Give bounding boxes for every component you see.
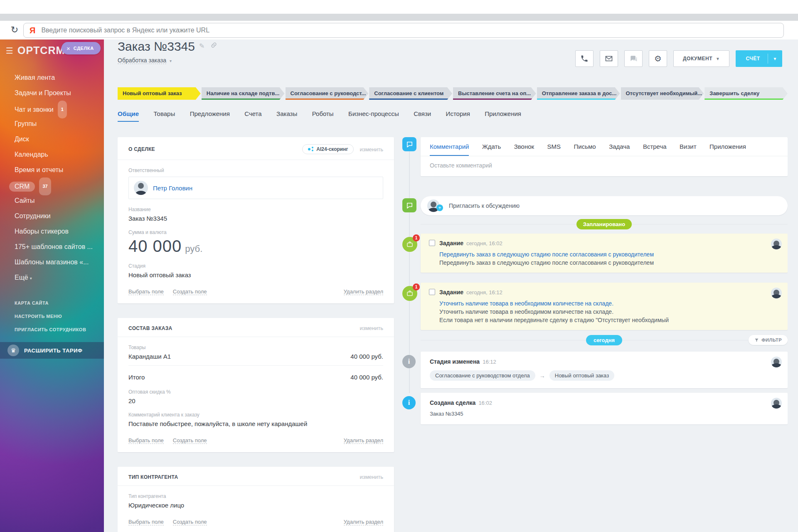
sidebar-item-groups[interactable]: Группы <box>0 116 104 131</box>
hamburger-menu-icon[interactable]: ☰ <box>6 46 13 56</box>
timeline-tab-email[interactable]: Письмо <box>574 143 596 155</box>
delete-section-link[interactable]: Удалить раздел <box>344 437 383 444</box>
responsible-link[interactable]: Петр Головин <box>153 185 192 192</box>
sidebar-item-time-reports[interactable]: Время и отчеты <box>0 162 104 177</box>
timeline-tab-task[interactable]: Задача <box>609 143 630 155</box>
edit-section-link[interactable]: изменить <box>360 146 383 153</box>
create-field-link[interactable]: Создать поле <box>173 288 207 295</box>
invoice-button[interactable]: СЧЁТ ▼ <box>736 50 782 67</box>
chat-button[interactable] <box>624 50 643 67</box>
settings-button[interactable]: ⚙ <box>649 50 667 67</box>
task-checkbox[interactable] <box>429 289 435 295</box>
url-bar[interactable]: Я <box>23 23 784 38</box>
tab-orders[interactable]: Заказы <box>276 110 297 121</box>
timeline-tab-visit[interactable]: Визит <box>680 143 697 155</box>
invite-to-discussion-button[interactable]: + Пригласить к обсуждению <box>421 196 788 215</box>
sidebar-item-shop-templates[interactable]: Шаблоны магазинов «... <box>0 254 104 270</box>
filter-button[interactable]: ФИЛЬТР <box>749 335 788 345</box>
sidebar-item-more[interactable]: Ещё▾ <box>0 270 104 285</box>
comment-input[interactable]: Оставьте комментарий <box>421 156 788 176</box>
sidebar-item-chat[interactable]: Чат и звонки1 <box>0 101 104 116</box>
create-field-link[interactable]: Создать поле <box>173 519 207 525</box>
delete-section-link[interactable]: Удалить раздел <box>344 519 383 525</box>
edit-section-link[interactable]: изменить <box>360 325 383 331</box>
event-description: Заказ №3345 <box>430 411 768 417</box>
copy-link-icon[interactable] <box>209 42 217 49</box>
stage-new-wholesale-order[interactable]: Новый оптовый заказ <box>118 87 201 100</box>
task-link[interactable]: Уточнить наличие товара в необходимом ко… <box>439 300 768 307</box>
edit-section-link[interactable]: изменить <box>360 474 383 480</box>
stage-client-approval[interactable]: Согласование с клиентом <box>369 87 452 100</box>
sidebar-item-calendar[interactable]: Календарь <box>0 147 104 162</box>
timeline-tab-apps[interactable]: Приложения <box>709 143 746 155</box>
browser-toolbar: ↻ Я <box>0 21 798 39</box>
tab-invoices[interactable]: Счета <box>244 110 261 121</box>
notification-badge: 1 <box>413 234 420 241</box>
invite-employees-link[interactable]: ПРИГЛАСИТЬ СОТРУДНИКОВ <box>0 323 104 336</box>
about-deal-card: О СДЕЛКЕ AI24-скоринг изменить Ответстве… <box>118 137 394 303</box>
delete-section-link[interactable]: Удалить раздел <box>344 288 383 295</box>
timeline-tab-meeting[interactable]: Встреча <box>643 143 667 155</box>
sitemap-link[interactable]: КАРТА САЙТА <box>0 296 104 310</box>
avatar <box>134 181 148 195</box>
timeline-column: Комментарий Ждать Звонок SMS Письмо Зада… <box>402 137 788 532</box>
create-field-link[interactable]: Создать поле <box>173 437 207 444</box>
task-checkbox[interactable] <box>429 240 435 246</box>
pipeline-selector[interactable]: Обработка заказа <box>118 57 166 64</box>
tab-robots[interactable]: Роботы <box>312 110 334 121</box>
tab-apps[interactable]: Приложения <box>485 110 521 121</box>
sidebar-item-site-templates[interactable]: 175+ шаблонов сайтов ... <box>0 239 104 254</box>
tab-relations[interactable]: Связи <box>414 110 431 121</box>
sidebar-item-stickers[interactable]: Наборы стикеров <box>0 224 104 239</box>
sidebar-item-live-feed[interactable]: Живая лента <box>0 70 104 85</box>
stage-invoice[interactable]: Выставление счета на оп... <box>453 87 536 100</box>
chevron-down-icon[interactable]: ▼ <box>768 57 782 61</box>
tab-general[interactable]: Общие <box>118 110 139 122</box>
ai-scoring-button[interactable]: AI24-скоринг <box>302 144 354 154</box>
event-time: 16:12 <box>483 359 496 365</box>
task-title: Задание <box>439 240 463 246</box>
sidebar-item-employees[interactable]: Сотрудники <box>0 208 104 224</box>
browser-tab-band <box>0 14 798 21</box>
timeline-tab-call[interactable]: Звонок <box>514 143 534 155</box>
chevron-down-icon: ▾ <box>170 59 172 63</box>
edit-title-pencil-icon[interactable]: ✎ <box>199 42 204 49</box>
timeline-tab-sms[interactable]: SMS <box>547 143 561 155</box>
timeline-tab-wait[interactable]: Ждать <box>482 143 501 155</box>
tab-business-processes[interactable]: Бизнес-процессы <box>348 110 399 121</box>
upgrade-plan-button[interactable]: ♛ РАСШИРИТЬ ТАРИФ <box>0 342 104 359</box>
sidebar-item-sites[interactable]: Сайты <box>0 193 104 208</box>
field-label: Комментарий клиента к заказу <box>128 412 383 418</box>
timeline-tabs: Комментарий Ждать Звонок SMS Письмо Зада… <box>421 137 788 156</box>
task-icon: 1 <box>402 286 417 301</box>
sidebar-item-disk[interactable]: Диск <box>0 131 104 147</box>
choose-field-link[interactable]: Выбрать поле <box>128 288 164 295</box>
tab-quotes[interactable]: Предложения <box>190 110 230 121</box>
choose-field-link[interactable]: Выбрать поле <box>128 437 164 444</box>
comment-bubble-icon <box>402 137 416 151</box>
choose-field-link[interactable]: Выбрать поле <box>128 519 164 525</box>
task-link[interactable]: Передвинуть заказ в следующую стадию пос… <box>439 251 768 258</box>
stage-missing-item[interactable]: Отсутствует необходимый... <box>621 87 704 100</box>
crown-icon: ♛ <box>7 345 19 356</box>
tab-products[interactable]: Товары <box>154 110 175 121</box>
call-button[interactable] <box>575 50 594 67</box>
task-time: сегодня, 16:02 <box>466 240 502 246</box>
deal-tab[interactable]: × СДЕЛКА <box>62 42 101 54</box>
sidebar-item-crm[interactable]: CRM37 <box>0 177 104 193</box>
refresh-icon[interactable]: ↻ <box>8 24 21 36</box>
document-button[interactable]: ДОКУМЕНТ ▼ <box>673 50 729 67</box>
task-description: Если товара нет в наличии передвиньте сд… <box>439 317 768 323</box>
stage-delivery[interactable]: Отправление заказа в дос... <box>537 87 620 100</box>
stage-close-deal[interactable]: Завершить сделку <box>704 87 788 100</box>
tab-history[interactable]: История <box>446 110 470 121</box>
url-input[interactable] <box>41 27 778 34</box>
configure-menu-link[interactable]: НАСТРОИТЬ МЕНЮ <box>0 310 104 323</box>
email-button[interactable] <box>600 50 618 67</box>
timeline-tab-comment[interactable]: Комментарий <box>430 143 469 156</box>
close-icon[interactable]: × <box>66 45 70 52</box>
total-row: Итого40 000 руб. <box>128 368 383 382</box>
stage-stock-confirmed[interactable]: Наличие на складе подтв... <box>202 87 285 100</box>
sidebar-item-tasks[interactable]: Задачи и Проекты <box>0 85 104 101</box>
stage-manager-approval[interactable]: Согласование с руководст... <box>286 87 369 100</box>
